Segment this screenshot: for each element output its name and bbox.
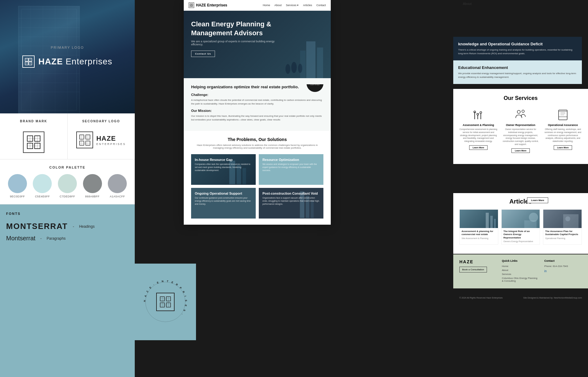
site-hero: Clean Energy Planning & Management Advis… bbox=[184, 11, 331, 78]
service-item-1: Assessment & Planning Comprehensive asse… bbox=[459, 108, 497, 153]
secondary-enterprises: Enterprises bbox=[96, 143, 126, 146]
nav-logo: HAZE Enterprises bbox=[189, 2, 263, 8]
main-container: PRIMARY LOGO HAZE Enterprises bbox=[0, 0, 588, 377]
footer-consult-btn[interactable]: Book a Consultation bbox=[459, 267, 487, 272]
article-img-3 bbox=[543, 210, 582, 228]
svg-rect-77 bbox=[524, 220, 537, 228]
color-hex-4: 868A8BFF bbox=[85, 195, 100, 198]
svg-point-79 bbox=[565, 216, 570, 221]
primary-logo-display: HAZE Enterprises bbox=[22, 55, 112, 68]
brand-guide: PRIMARY LOGO HAZE Enterprises bbox=[0, 0, 135, 377]
rotating-logo-area: H A Z E · E N T E R P R I S E S · bbox=[135, 264, 196, 340]
secondary-logo-text: HAZE Enterprises bbox=[96, 135, 126, 146]
svg-rect-43 bbox=[192, 6, 193, 7]
font-heading-name: MONTSERRAT bbox=[6, 222, 68, 231]
color-palette-title: COLOR PALETTE bbox=[6, 166, 129, 169]
problems-title: The Problems, Our Solutions bbox=[191, 137, 323, 142]
article-category-2: Owners Energy Representative bbox=[503, 240, 538, 242]
service-learn-btn-2[interactable]: Learn More bbox=[511, 148, 530, 153]
footer-contact-title: Contact bbox=[544, 259, 582, 262]
color-circle-5 bbox=[108, 174, 127, 193]
nav-title: HAZE Enterprises bbox=[196, 3, 227, 7]
website-preview: HAZE Enterprises Home About Services ▾ A… bbox=[135, 0, 588, 377]
secondary-logo-section: SECONDARY LOGO bbox=[68, 113, 135, 159]
primary-logo-label: PRIMARY LOGO bbox=[51, 46, 84, 49]
color-swatch-1: 9EC0D3FF bbox=[8, 174, 27, 198]
svg-rect-78 bbox=[563, 214, 579, 228]
svg-point-65 bbox=[517, 110, 520, 113]
educational-card: Educational Enhancement We provide essen… bbox=[453, 60, 582, 84]
problems-grid: In-house Resource Gap Companies often la… bbox=[191, 154, 323, 219]
footer-linkedin-icon[interactable]: in bbox=[544, 269, 582, 273]
service-item-3: Operational Assurance Offering staff tra… bbox=[544, 108, 582, 153]
mbe-certified: CERTIFIED bbox=[310, 84, 320, 86]
svg-rect-44 bbox=[306, 41, 315, 78]
nav-link-about[interactable]: About bbox=[274, 4, 282, 7]
svg-rect-41 bbox=[192, 4, 193, 5]
problem-card-2-inner: Resource Optimization We assess and stra… bbox=[259, 154, 323, 175]
color-palette-section: COLOR PALETTE 9EC0D3FF C5E4E6FF C7DED8FF… bbox=[0, 159, 135, 204]
svg-point-49 bbox=[298, 64, 302, 73]
service-learn-btn-3[interactable]: Learn More bbox=[554, 145, 572, 150]
footer-grid: HAZE Book a Consultation Quick Links Hom… bbox=[459, 259, 582, 284]
problems-section: The Problems, Our Solutions Haze Enterpr… bbox=[184, 131, 331, 225]
problem-card-3: Ongoing Operational Support Our continue… bbox=[191, 188, 256, 219]
service-icon-3 bbox=[556, 108, 570, 121]
svg-rect-45 bbox=[317, 48, 323, 78]
secondary-logo-label: SECONDARY LOGO bbox=[82, 120, 120, 123]
hero-cta-button[interactable]: Contact Us bbox=[191, 51, 215, 57]
footer-link-about[interactable]: About bbox=[502, 269, 540, 272]
problem-card-2-text: We assess and strategize to empower your… bbox=[262, 163, 320, 172]
brand-mark-section: BRAND MARK bbox=[0, 113, 68, 159]
nav-link-services[interactable]: Services ▾ bbox=[286, 4, 299, 7]
knowledge-text: There's a critical shortage of ongoing t… bbox=[458, 48, 577, 55]
color-hex-5: A1A5ACFF bbox=[110, 195, 125, 198]
svg-rect-75 bbox=[494, 219, 496, 228]
service-learn-btn-1[interactable]: Learn More bbox=[469, 145, 488, 150]
knowledge-edu-cards: knowledge and Operational Guidance Defic… bbox=[453, 37, 582, 84]
rotating-logo-circle: H A Z E · E N T E R P R I S E S · bbox=[139, 276, 191, 328]
problem-card-2-title: Resource Optimization bbox=[262, 158, 320, 162]
footer-link-services[interactable]: Services bbox=[502, 273, 540, 276]
article-img-1 bbox=[460, 210, 498, 228]
site-footer: HAZE Book a Consultation Quick Links Hom… bbox=[453, 254, 588, 288]
about-nav-link[interactable]: About bbox=[463, 2, 472, 6]
article-content-2: The Integral Role of an Owners Energy Re… bbox=[502, 228, 540, 244]
footer-phone: Phone: 614-218-7943 bbox=[544, 265, 582, 268]
footer-link-columbus[interactable]: Columbus Ohio Energy Planning & Consulti… bbox=[502, 277, 540, 282]
problem-card-3-text: Our continued guidance post-construction… bbox=[195, 196, 252, 205]
nav-link-home[interactable]: Home bbox=[263, 4, 270, 7]
footer-copyright: © 2024 All Rights Reserved Haze Enterpri… bbox=[459, 297, 503, 299]
footer-quick-links-title: Quick Links bbox=[502, 259, 540, 262]
svg-rect-42 bbox=[190, 6, 191, 7]
footer-links-col: Quick Links Home About Services Columbus… bbox=[502, 259, 540, 284]
mbe-badge: MBE CERTIFIED bbox=[307, 84, 323, 92]
svg-rect-40 bbox=[190, 4, 191, 5]
svg-point-66 bbox=[522, 110, 524, 112]
challenge-text: A metaphorical haze often clouds the pot… bbox=[191, 98, 323, 106]
services-title: Our Services bbox=[459, 95, 582, 101]
educational-text: We provide essential energy management t… bbox=[458, 72, 577, 79]
nav-link-contact[interactable]: Contact bbox=[316, 4, 326, 7]
article-content-3: The Assurance Plan for Sustainable Capit… bbox=[543, 228, 582, 241]
svg-rect-74 bbox=[490, 216, 493, 228]
fonts-section: FONTS MONTSERRAT - Headings Montserrat -… bbox=[0, 204, 135, 377]
footer-brand-col: HAZE Book a Consultation bbox=[459, 259, 497, 284]
primary-logo-section: PRIMARY LOGO HAZE Enterprises bbox=[0, 0, 135, 113]
secondary-logo-icon bbox=[76, 131, 93, 148]
footer-designer: Site Designed & Maintained by: NewHorizo… bbox=[523, 297, 582, 299]
service-icon-2 bbox=[514, 108, 527, 121]
svg-text:H A Z E  ·  E N T E R P R I S : H A Z E · E N T E R P R I S E S · bbox=[143, 280, 187, 316]
problem-card-2: Resource Optimization We assess and stra… bbox=[259, 154, 323, 185]
secondary-haze: HAZE bbox=[96, 135, 126, 143]
color-hex-2: C5E4E6FF bbox=[35, 195, 50, 198]
nav-link-articles[interactable]: Articles bbox=[303, 4, 312, 7]
problem-card-4-inner: Post-construction Consultant Void Organi… bbox=[259, 188, 323, 209]
footer-contact-col: Contact Phone: 614-218-7943 in bbox=[544, 259, 582, 284]
problem-card-1-inner: In-house Resource Gap Companies often la… bbox=[191, 154, 256, 175]
our-mission-label: Our Mission: bbox=[191, 109, 323, 112]
footer-link-home[interactable]: Home bbox=[502, 265, 540, 268]
footer-brand: HAZE bbox=[459, 259, 497, 264]
learn-more-floating[interactable]: Learn Mare bbox=[527, 197, 548, 203]
color-circle-3 bbox=[58, 174, 77, 193]
